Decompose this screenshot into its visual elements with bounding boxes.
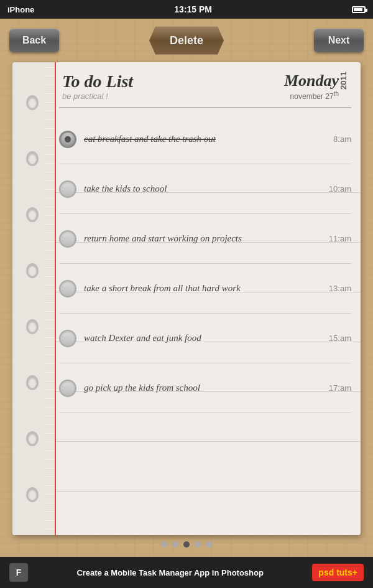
task-radio[interactable] — [59, 180, 76, 198]
ring-7 — [26, 431, 39, 446]
ring-1 — [26, 95, 39, 110]
task-text: take a short break from all that hard wo… — [84, 283, 324, 294]
dot-4[interactable] — [195, 541, 201, 548]
notebook: To do List be practical ! Monday novembe… — [12, 62, 361, 535]
status-bar: iPhone 13:15 PM — [0, 0, 373, 19]
task-radio[interactable] — [59, 380, 76, 397]
next-button[interactable]: Next — [314, 29, 364, 52]
header-left: To do List be practical ! — [62, 72, 133, 101]
notebook-rings — [26, 62, 39, 535]
bottom-banner: F Create a Mobile Task Manager App in Ph… — [0, 557, 373, 588]
task-time: 10:am — [329, 184, 351, 194]
dot-2[interactable] — [172, 541, 178, 548]
task-radio[interactable] — [59, 330, 76, 347]
task-item[interactable]: go pick up the kids from school17:am — [59, 363, 351, 413]
task-text: take the kids to school — [84, 184, 324, 194]
task-text: return home and start working on project… — [84, 233, 324, 244]
task-item[interactable]: return home and start working on project… — [59, 214, 351, 264]
task-text: watch Dexter and eat junk food — [84, 333, 324, 343]
ring-3 — [26, 207, 39, 222]
ring-5 — [26, 319, 39, 334]
year-label: 2011 — [339, 72, 348, 90]
task-item[interactable]: watch Dexter and eat junk food15:am — [59, 314, 351, 363]
banner-logo[interactable]: psd tuts+ — [312, 564, 364, 581]
day-label: Monday — [284, 72, 339, 90]
ring-4 — [26, 263, 39, 278]
margin-line — [55, 62, 56, 535]
task-list: eat breakfast and take the trash out8:am… — [59, 111, 351, 413]
notebook-container: To do List be practical ! Monday novembe… — [12, 62, 361, 535]
battery-icon — [352, 6, 366, 13]
date-year-wrapper: Monday november 27th 2011 — [284, 72, 348, 101]
notebook-header: To do List be practical ! Monday novembe… — [59, 62, 351, 108]
toolbar: Back Delete Next — [0, 19, 373, 62]
page-dots — [0, 535, 373, 554]
back-button[interactable]: Back — [9, 29, 59, 52]
ring-6 — [26, 375, 39, 390]
task-time: 8:am — [333, 134, 351, 144]
task-item[interactable]: take the kids to school10:am — [59, 164, 351, 214]
notebook-subtitle: be practical ! — [62, 91, 133, 101]
task-text: go pick up the kids from school — [84, 383, 324, 393]
notebook-content: To do List be practical ! Monday novembe… — [59, 62, 351, 535]
banner-icon: F — [9, 563, 28, 582]
task-item[interactable]: take a short break from all that hard wo… — [59, 264, 351, 314]
notebook-title: To do List — [62, 72, 133, 91]
task-radio[interactable] — [59, 131, 76, 148]
date-block: Monday november 27th — [284, 72, 339, 101]
task-item[interactable]: eat breakfast and take the trash out8:am — [59, 114, 351, 164]
dot-1[interactable] — [161, 541, 167, 548]
banner-text: Create a Mobile Task Manager App in Phot… — [28, 568, 312, 577]
header-right: Monday november 27th 2011 — [284, 72, 348, 101]
task-time: 17:am — [329, 383, 351, 393]
ring-8 — [26, 487, 39, 502]
task-radio[interactable] — [59, 280, 76, 297]
dot-5[interactable] — [206, 541, 212, 548]
task-text: eat breakfast and take the trash out — [84, 134, 328, 144]
battery-indicator — [352, 6, 366, 13]
ring-2 — [26, 151, 39, 166]
task-time: 11:am — [329, 234, 351, 243]
time-label: 13:15 PM — [174, 4, 212, 14]
carrier-label: iPhone — [7, 5, 34, 14]
task-time: 15:am — [329, 334, 351, 343]
task-time: 13:am — [329, 284, 351, 293]
task-radio[interactable] — [59, 230, 76, 248]
delete-button[interactable]: Delete — [149, 27, 224, 55]
date-label: november 27th — [284, 90, 339, 101]
dot-3[interactable] — [183, 541, 190, 548]
